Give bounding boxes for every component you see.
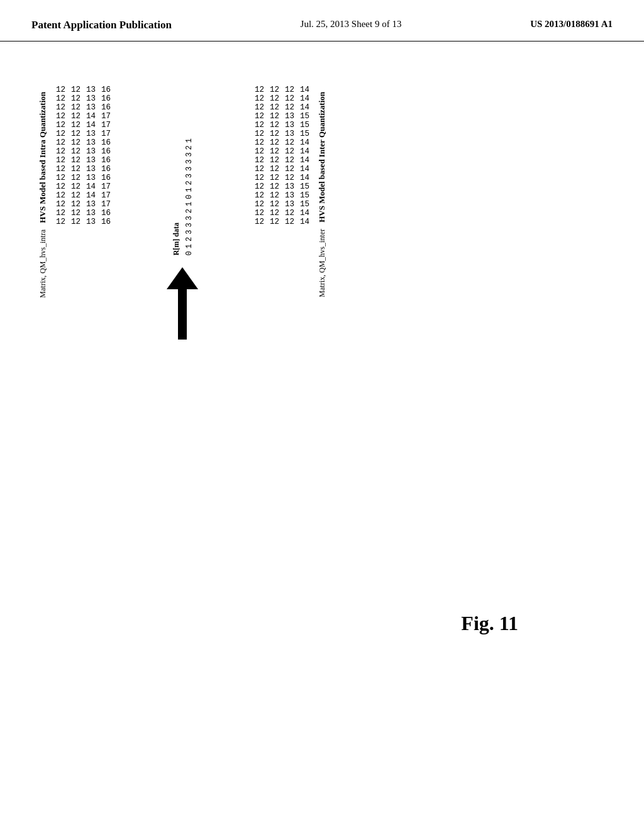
right-matrix-cell: 13 (282, 182, 297, 191)
right-matrix-cell: 12 (252, 112, 267, 121)
right-matrix-cell: 13 (282, 121, 297, 130)
right-matrix-row: 12121315 (252, 200, 312, 209)
right-matrix-cell: 12 (267, 130, 282, 138)
header-center: Jul. 25, 2013 Sheet 9 of 13 (301, 19, 402, 30)
left-matrix-cell: 17 (98, 112, 113, 121)
left-matrix-cell: 13 (83, 156, 98, 165)
left-matrix-cell: 12 (68, 182, 83, 191)
right-matrix-cell: 12 (252, 174, 267, 182)
right-matrix-row: 12121315 (252, 182, 312, 191)
left-matrix-row: 12121316 (53, 147, 113, 156)
left-matrix-cell: 12 (53, 138, 68, 147)
right-matrix-cell: 14 (297, 174, 312, 182)
left-matrix-data: 1212131612121316121213161212141712121417… (53, 86, 113, 226)
left-matrix-cell: 12 (68, 94, 83, 103)
left-matrix-cell: 14 (83, 112, 98, 121)
figure-label: Fig. 11 (461, 612, 518, 635)
left-matrix-block: HVS Model based Intra Quantization Matri… (38, 86, 113, 297)
right-matrix-cell: 12 (267, 147, 282, 156)
left-matrix-cell: 12 (53, 156, 68, 165)
right-matrix-cell: 12 (267, 182, 282, 191)
left-matrix-cell: 13 (83, 94, 98, 103)
left-matrix-cell: 12 (68, 200, 83, 209)
left-matrix-cell: 12 (53, 121, 68, 130)
left-matrix-cell: 12 (68, 191, 83, 200)
left-matrix-cell: 16 (98, 209, 113, 218)
left-matrix-row: 12121316 (53, 209, 113, 218)
right-matrix-cell: 12 (267, 191, 282, 200)
left-matrix-cell: 13 (83, 138, 98, 147)
left-matrix-row: 12121417 (53, 191, 113, 200)
left-matrix-cell: 12 (53, 86, 68, 94)
rdata-sequence: 01233321012333321 (185, 136, 194, 255)
right-matrix-cell: 12 (282, 218, 297, 226)
left-matrix-cell: 13 (83, 130, 98, 138)
left-matrix-cell: 12 (53, 209, 68, 218)
right-matrix-cell: 12 (282, 86, 297, 94)
rdata-container: R[m] data 01233321012333321 (172, 136, 194, 255)
left-matrix-cell: 12 (53, 174, 68, 182)
left-matrix-row: 12121316 (53, 165, 113, 174)
right-matrix-cell: 14 (297, 156, 312, 165)
left-matrix-cell: 12 (68, 156, 83, 165)
diagram-container: HVS Model based Intra Quantization Matri… (0, 54, 644, 340)
left-matrix-cell: 13 (83, 174, 98, 182)
left-matrix-cell: 12 (53, 130, 68, 138)
left-matrix-cell: 14 (83, 121, 98, 130)
left-matrix-cell: 13 (83, 200, 98, 209)
left-matrix-cell: 12 (53, 112, 68, 121)
left-matrix-cell: 17 (98, 191, 113, 200)
left-matrix-cell: 12 (68, 138, 83, 147)
right-matrix-title1: HVS Model based Inter Quantization (317, 92, 327, 223)
left-matrix-cell: 13 (83, 209, 98, 218)
right-matrix-cell: 14 (297, 86, 312, 94)
right-matrix-cell: 14 (297, 103, 312, 112)
right-matrix-cell: 14 (297, 138, 312, 147)
right-matrix-cell: 12 (267, 174, 282, 182)
left-matrix-cell: 12 (68, 112, 83, 121)
left-matrix-cell: 12 (68, 103, 83, 112)
left-matrix-title1: HVS Model based Intra Quantization (38, 92, 48, 223)
left-matrix-row: 12121417 (53, 112, 113, 121)
right-matrix-cell: 15 (297, 130, 312, 138)
right-matrix-cell: 12 (252, 94, 267, 103)
right-matrix-block: 1212121412121214121212141212131512121315… (252, 86, 327, 297)
left-matrix-cell: 17 (98, 182, 113, 191)
right-matrix-cell: 13 (282, 191, 297, 200)
left-matrix-cell: 16 (98, 103, 113, 112)
right-matrix-row: 12121315 (252, 112, 312, 121)
right-matrix-row: 12121315 (252, 191, 312, 200)
right-matrix-title2: Matrix, QM_hvs_inter (318, 229, 327, 297)
right-matrix-cell: 12 (282, 174, 297, 182)
right-matrix-cell: 12 (267, 218, 282, 226)
right-matrix-row: 12121214 (252, 165, 312, 174)
right-matrix-cell: 12 (267, 103, 282, 112)
left-matrix-cell: 12 (68, 121, 83, 130)
right-matrix-cell: 12 (252, 103, 267, 112)
left-matrix-cell: 16 (98, 147, 113, 156)
right-matrix-cell: 12 (252, 121, 267, 130)
arrow-head (167, 267, 198, 289)
left-matrix-row: 12121417 (53, 121, 113, 130)
right-matrix-row: 12121214 (252, 174, 312, 182)
left-matrix-row: 12121316 (53, 156, 113, 165)
left-matrix-row: 12121417 (53, 182, 113, 191)
right-matrix-cell: 12 (282, 209, 297, 218)
left-matrix-cell: 13 (83, 218, 98, 226)
left-matrix-cell: 12 (68, 174, 83, 182)
left-matrix-title2: Matrix, QM_hvs_intra (38, 230, 48, 298)
right-matrix-cell: 12 (252, 218, 267, 226)
left-matrix-cell: 13 (83, 165, 98, 174)
right-matrix-cell: 12 (252, 165, 267, 174)
right-matrix-cell: 14 (297, 218, 312, 226)
right-matrix-row: 12121315 (252, 121, 312, 130)
left-matrix-cell: 14 (83, 191, 98, 200)
right-matrix-cell: 12 (267, 94, 282, 103)
left-matrix-cell: 12 (68, 165, 83, 174)
right-matrix-cell: 15 (297, 182, 312, 191)
right-matrix-cell: 12 (267, 200, 282, 209)
right-matrix-cell: 14 (297, 165, 312, 174)
right-matrix-row: 12121315 (252, 130, 312, 138)
arrow-up-container (167, 267, 198, 340)
right-matrix-cell: 15 (297, 121, 312, 130)
